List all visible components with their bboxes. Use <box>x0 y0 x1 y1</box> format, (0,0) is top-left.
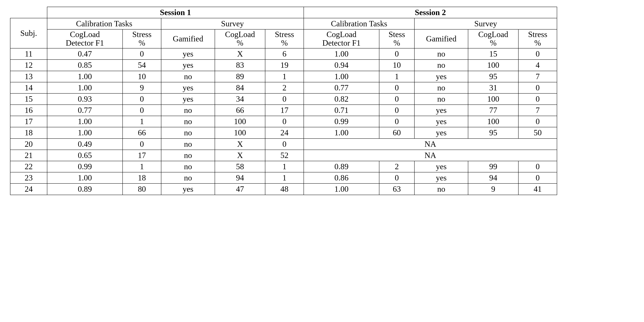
cell-s2-f1: 0.94 <box>304 60 379 71</box>
cell-s1-cl: 66 <box>215 105 265 116</box>
cell-s1-f1: 0.93 <box>47 94 122 105</box>
cell-s2-cl: 94 <box>468 172 518 184</box>
cell-s1-st: 80 <box>122 184 161 195</box>
cell-s2-cl: 100 <box>468 60 518 71</box>
cell-s2-sp: 0 <box>518 116 557 127</box>
cell-s1-st: 1 <box>122 161 161 172</box>
header-s1-survey: Survey <box>161 18 304 29</box>
cell-s1-cl: X <box>215 48 265 60</box>
cell-s2-sp: 0 <box>518 172 557 184</box>
cell-s2-na: NA <box>304 138 557 150</box>
cell-s2-sp: 0 <box>518 94 557 105</box>
cell-s1-cl: 100 <box>215 116 265 127</box>
cell-s1-gam: yes <box>161 82 215 94</box>
cell-s2-sp: 7 <box>518 105 557 116</box>
cell-s1-st: 66 <box>122 127 161 138</box>
cell-s1-gam: no <box>161 138 215 150</box>
cell-s1-gam: no <box>161 150 215 161</box>
cell-s1-gam: yes <box>161 184 215 195</box>
cell-subj: 12 <box>10 60 47 71</box>
header-s1-cogload-pct: CogLoad% <box>215 29 265 48</box>
cell-s2-sp: 41 <box>518 184 557 195</box>
cell-s1-cl: X <box>215 150 265 161</box>
table-row: 171.001no10000.990yes1000 <box>10 116 557 127</box>
cell-s2-sp: 7 <box>518 71 557 82</box>
table-row: 131.0010no8911.001yes957 <box>10 71 557 82</box>
cell-s1-sp: 0 <box>265 116 304 127</box>
cell-s1-f1: 0.89 <box>47 184 122 195</box>
header-blank <box>10 7 47 18</box>
cell-s1-gam: no <box>161 116 215 127</box>
cell-s1-cl: 47 <box>215 184 265 195</box>
cell-s1-f1: 0.49 <box>47 138 122 150</box>
table-row: 110.470yesX61.000no150 <box>10 48 557 60</box>
cell-s2-f1: 1.00 <box>304 184 379 195</box>
cell-subj: 21 <box>10 150 47 161</box>
header-s1-cogload-f1: CogLoadDetector F1 <box>47 29 122 48</box>
cell-s2-cl: 31 <box>468 82 518 94</box>
cell-s1-gam: no <box>161 71 215 82</box>
header-s2-cogload-pct: CogLoad% <box>468 29 518 48</box>
cell-s2-st: 60 <box>379 127 414 138</box>
cell-s2-st: 0 <box>379 48 414 60</box>
table-row: 120.8554yes83190.9410no1004 <box>10 60 557 71</box>
header-s2-stress-pct: Stress% <box>518 29 557 48</box>
cell-s1-sp: 17 <box>265 105 304 116</box>
cell-s1-st: 0 <box>122 94 161 105</box>
cell-s2-f1: 1.00 <box>304 48 379 60</box>
cell-s2-st: 0 <box>379 94 414 105</box>
table-row: 160.770no66170.710yes777 <box>10 105 557 116</box>
cell-s2-st: 2 <box>379 161 414 172</box>
cell-s1-sp: 52 <box>265 150 304 161</box>
cell-s2-f1: 0.71 <box>304 105 379 116</box>
cell-subj: 18 <box>10 127 47 138</box>
cell-s2-f1: 0.89 <box>304 161 379 172</box>
cell-subj: 15 <box>10 94 47 105</box>
cell-s2-cl: 95 <box>468 127 518 138</box>
table-row: 210.6517noX52NA <box>10 150 557 161</box>
cell-s2-cl: 100 <box>468 116 518 127</box>
cell-s2-f1: 0.99 <box>304 116 379 127</box>
cell-s1-gam: no <box>161 105 215 116</box>
cell-s2-sp: 50 <box>518 127 557 138</box>
cell-s2-gam: yes <box>414 116 468 127</box>
cell-s1-gam: no <box>161 161 215 172</box>
cell-s2-gam: yes <box>414 105 468 116</box>
cell-s1-f1: 1.00 <box>47 116 122 127</box>
cell-s2-f1: 1.00 <box>304 127 379 138</box>
cell-s2-f1: 0.86 <box>304 172 379 184</box>
cell-s1-cl: 34 <box>215 94 265 105</box>
cell-s2-gam: no <box>414 94 468 105</box>
cell-s2-cl: 95 <box>468 71 518 82</box>
cell-s1-cl: 89 <box>215 71 265 82</box>
cell-s2-st: 0 <box>379 105 414 116</box>
header-s1-stress: Stress% <box>122 29 161 48</box>
table-row: 181.0066no100241.0060yes9550 <box>10 127 557 138</box>
cell-s2-gam: no <box>414 184 468 195</box>
header-session-1: Session 1 <box>47 7 304 18</box>
cell-s2-cl: 9 <box>468 184 518 195</box>
cell-s1-st: 10 <box>122 71 161 82</box>
cell-s1-gam: yes <box>161 94 215 105</box>
cell-s1-f1: 0.99 <box>47 161 122 172</box>
cell-s1-gam: no <box>161 127 215 138</box>
cell-s1-cl: X <box>215 138 265 150</box>
cell-s2-gam: yes <box>414 161 468 172</box>
cell-s1-st: 1 <box>122 116 161 127</box>
cell-s1-sp: 24 <box>265 127 304 138</box>
cell-s2-f1: 0.77 <box>304 82 379 94</box>
table-body: 110.470yesX61.000no150120.8554yes83190.9… <box>10 48 557 195</box>
cell-s1-f1: 0.65 <box>47 150 122 161</box>
cell-s2-gam: yes <box>414 127 468 138</box>
cell-s1-gam: yes <box>161 60 215 71</box>
header-s2-calibration: Calibration Tasks <box>304 18 414 29</box>
cell-subj: 20 <box>10 138 47 150</box>
header-s1-calibration: Calibration Tasks <box>47 18 161 29</box>
cell-s2-cl: 15 <box>468 48 518 60</box>
header-s1-gamified: Gamified <box>161 29 215 48</box>
cell-s2-sp: 0 <box>518 161 557 172</box>
cell-s1-f1: 1.00 <box>47 71 122 82</box>
cell-s1-sp: 1 <box>265 172 304 184</box>
cell-s1-f1: 0.77 <box>47 105 122 116</box>
cell-s1-f1: 1.00 <box>47 172 122 184</box>
